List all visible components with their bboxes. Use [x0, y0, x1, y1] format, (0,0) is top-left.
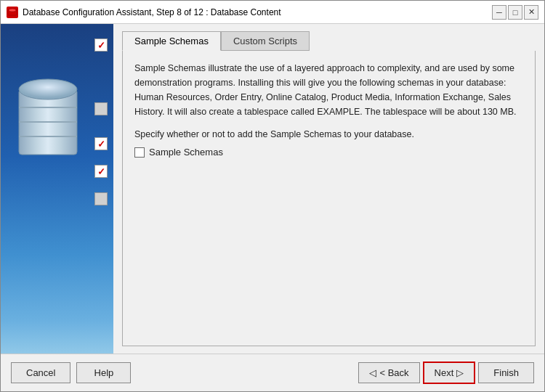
- right-panel: Sample Schemas Custom Scripts Sample Sch…: [113, 24, 544, 354]
- tab-sample-schemas[interactable]: Sample Schemas: [122, 31, 221, 51]
- step-checkbox-3: [94, 137, 108, 150]
- description-text: Sample Schemas illustrate the use of a l…: [134, 61, 523, 119]
- window-title: Database Configuration Assistant, Step 8…: [23, 7, 281, 17]
- sample-schemas-label: Sample Schemas: [149, 147, 223, 158]
- help-button[interactable]: Help: [76, 362, 131, 383]
- main-window: Database Configuration Assistant, Step 8…: [0, 0, 545, 392]
- svg-point-1: [9, 9, 16, 12]
- step-checkbox-1: [94, 38, 108, 52]
- back-arrow-icon: ◁: [369, 367, 376, 378]
- step-checkbox-4: [94, 165, 108, 178]
- step-item-5: [7, 192, 108, 205]
- left-panel: [1, 24, 113, 354]
- close-button[interactable]: ✕: [524, 5, 538, 20]
- minimize-button[interactable]: ─: [492, 5, 506, 20]
- step-item-1: [7, 38, 108, 52]
- back-label: < Back: [379, 367, 408, 378]
- specify-text: Specify whether or not to add the Sample…: [134, 129, 523, 139]
- bottom-left-buttons: Cancel Help: [11, 362, 131, 383]
- tab-custom-scripts[interactable]: Custom Scripts: [221, 31, 310, 51]
- cancel-button[interactable]: Cancel: [11, 362, 70, 383]
- main-content: Sample Schemas Custom Scripts Sample Sch…: [1, 24, 544, 354]
- title-bar: Database Configuration Assistant, Step 8…: [1, 1, 544, 24]
- database-icon: [12, 68, 84, 155]
- window-controls: ─ □ ✕: [492, 5, 538, 20]
- next-button[interactable]: Next ▷: [423, 362, 476, 384]
- sample-schemas-checkbox[interactable]: [134, 147, 145, 158]
- finish-button[interactable]: Finish: [478, 362, 534, 383]
- step-checkbox-2: [94, 102, 108, 115]
- app-icon: [7, 7, 18, 18]
- step-checkbox-5: [94, 192, 108, 205]
- next-arrow-icon: ▷: [456, 367, 464, 378]
- back-button[interactable]: ◁ < Back: [358, 362, 419, 383]
- maximize-button[interactable]: □: [508, 5, 522, 20]
- bottom-bar: Cancel Help ◁ < Back Next ▷ Finish: [1, 354, 544, 391]
- title-bar-left: Database Configuration Assistant, Step 8…: [7, 7, 281, 18]
- svg-point-6: [19, 79, 77, 99]
- sample-schemas-checkbox-row: Sample Schemas: [134, 147, 523, 158]
- tabs-row: Sample Schemas Custom Scripts: [122, 31, 536, 51]
- next-label: Next: [435, 367, 454, 378]
- bottom-right-buttons: ◁ < Back Next ▷ Finish: [358, 362, 534, 384]
- tab-content: Sample Schemas illustrate the use of a l…: [122, 51, 536, 346]
